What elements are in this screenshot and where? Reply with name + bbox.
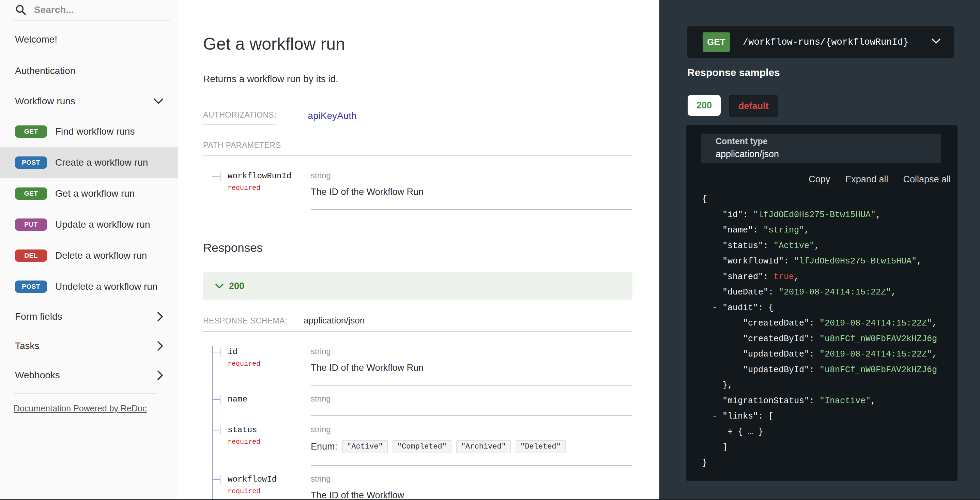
search-icon	[15, 4, 27, 16]
field-type: string	[311, 170, 632, 181]
sidebar-item-get-a-workflow-run[interactable]: GETGet a workflow run	[0, 178, 178, 209]
required-flag: required	[228, 487, 311, 495]
sidebar-item-form-fields[interactable]: Form fields	[0, 302, 178, 331]
code-token: {	[702, 194, 707, 204]
page-title: Get a workflow run	[203, 34, 632, 54]
code-token: "u8nFCf_nW0FbFAV2kHZJ6g	[819, 365, 937, 375]
search-input[interactable]	[33, 4, 170, 16]
field-left-col: idrequired	[228, 338, 311, 385]
sidebar-nav: Welcome!AuthenticationWorkflow runsGETFi…	[0, 24, 178, 390]
chevron-right-icon	[158, 312, 163, 322]
copy-button[interactable]: Copy	[808, 174, 830, 185]
method-badge-post: POST	[15, 156, 47, 169]
code-token: true	[773, 272, 794, 282]
response-code: 200	[229, 281, 244, 291]
expand-toggle[interactable]: + { … }	[727, 427, 763, 437]
code-token: "createdById":	[702, 334, 819, 344]
field-left-col: workflowRunIdrequired	[228, 162, 311, 210]
sidebar-item-tasks[interactable]: Tasks	[0, 331, 178, 361]
redoc-api-docs-page: Welcome!AuthenticationWorkflow runsGETFi…	[0, 0, 980, 500]
endpoint-dropdown[interactable]: GET /workflow-runs/{workflowRunId}	[687, 26, 954, 58]
sidebar-item-label: Create a workflow run	[55, 157, 163, 168]
sidebar-item-undelete-a-workflow-run[interactable]: POSTUndelete a workflow run	[0, 271, 178, 302]
field-description: The ID of the Workflow	[311, 490, 632, 500]
field-left-col: name	[228, 385, 311, 416]
field-name: name	[228, 394, 311, 404]
field-right-col: stringThe ID of the Workflow Run	[311, 162, 632, 210]
response-tab-200[interactable]: 200	[687, 95, 721, 116]
code-token: ,	[794, 272, 799, 282]
code-token: ]	[702, 443, 727, 452]
content-type-value: application/json	[716, 149, 941, 159]
sidebar-item-label: Welcome!	[15, 34, 163, 45]
chevron-right-icon	[158, 341, 163, 351]
method-badge-get: GET	[15, 126, 47, 138]
code-token: "2019-08-24T14:15:22Z"	[779, 287, 891, 297]
main-content: Get a workflow run Returns a workflow ru…	[178, 0, 659, 500]
field-name: workflowRunId	[228, 171, 311, 182]
required-flag: required	[228, 438, 311, 446]
code-token: "lfJdOEd0Hs275-Btw15HUA"	[753, 210, 876, 220]
sample-actions: CopyExpand allCollapse all	[808, 174, 951, 185]
response-tab-default[interactable]: default	[729, 95, 778, 117]
enum-value-chip: "Deleted"	[515, 440, 566, 453]
authorizations-label: AUTHORIZATIONS:	[203, 110, 276, 125]
collapse-toggle[interactable]: -	[712, 303, 717, 313]
response-schema-content-type: application/json	[304, 315, 364, 326]
sidebar-item-welcome[interactable]: Welcome!	[0, 24, 178, 55]
path-parameters-list: workflowRunIdrequiredstringThe ID of the…	[203, 156, 632, 210]
sidebar-item-label: Undelete a workflow run	[55, 281, 163, 292]
chevron-down-icon	[154, 99, 163, 104]
sidebar-item-workflow-runs[interactable]: Workflow runs	[0, 87, 178, 116]
sidebar-item-delete-a-workflow-run[interactable]: DELDelete a workflow run	[0, 240, 178, 271]
chevron-right-icon	[158, 371, 163, 380]
field-row-id: idrequiredstringThe ID of the Workflow R…	[203, 338, 632, 385]
code-token	[702, 303, 712, 313]
code-token: ,	[891, 287, 896, 297]
responses-heading: Responses	[203, 241, 632, 255]
field-row-status: statusrequiredstringEnum:"Active""Comple…	[203, 416, 632, 466]
json-sample-code: { "id": "lfJdOEd0Hs275-Btw15HUA", "name"…	[702, 191, 937, 471]
field-name: id	[228, 347, 311, 357]
field-right-col: stringEnum:"Active""Completed""Archived"…	[311, 416, 632, 466]
sidebar-item-update-a-workflow-run[interactable]: PUTUpdate a workflow run	[0, 209, 178, 240]
field-right-col: string	[311, 385, 632, 416]
field-type: string	[311, 346, 632, 357]
response-200-banner[interactable]: 200	[203, 272, 632, 299]
expand-all-button[interactable]: Expand all	[845, 174, 888, 185]
sidebar-item-find-workflow-runs[interactable]: GETFind workflow runs	[0, 116, 178, 147]
response-samples-heading: Response samples	[687, 67, 780, 78]
code-token: "dueDate":	[702, 287, 779, 297]
code-token: "migrationStatus":	[702, 396, 819, 406]
sidebar-item-label: Webhooks	[15, 370, 158, 381]
content-type-select[interactable]: Content type application/json	[701, 134, 941, 163]
redoc-footer-link[interactable]: Documentation Powered by ReDoc	[14, 404, 146, 413]
sidebar-item-create-a-workflow-run[interactable]: POSTCreate a workflow run	[0, 147, 178, 178]
field-description: The ID of the Workflow Run	[311, 363, 632, 373]
sidebar-item-webhooks[interactable]: Webhooks	[0, 361, 178, 390]
enum-row: Enum:"Active""Completed""Archived""Delet…	[311, 440, 632, 453]
collapse-all-button[interactable]: Collapse all	[903, 174, 951, 185]
sidebar-item-authentication[interactable]: Authentication	[0, 55, 178, 87]
code-token: "createdDate":	[702, 318, 819, 328]
code-token: "id":	[702, 210, 753, 220]
code-token: ,	[804, 225, 809, 235]
sidebar-item-label: Workflow runs	[15, 96, 154, 107]
code-token: "workflowId":	[702, 256, 794, 266]
path-parameters-header: PATH PARAMETERS	[203, 141, 632, 156]
collapse-toggle[interactable]: -	[712, 411, 717, 421]
code-token: "u8nFCf_nW0FbFAV2kHZJ6g	[819, 334, 937, 344]
response-sample-tabs: 200default	[687, 95, 778, 117]
field-name: workflowId	[228, 475, 311, 485]
method-badge-post: POST	[15, 280, 47, 293]
field-description: The ID of the Workflow Run	[311, 187, 632, 197]
code-token: "status":	[702, 241, 773, 251]
response-sample-panel: Content type application/json CopyExpand…	[686, 125, 958, 481]
http-method-badge: GET	[703, 32, 730, 52]
code-token: ,	[876, 210, 881, 220]
code-token: "audit": {	[717, 303, 773, 313]
sidebar-item-label: Get a workflow run	[55, 188, 163, 199]
auth-scheme-link[interactable]: apiKeyAuth	[308, 110, 356, 121]
endpoint-path: /workflow-runs/{workflowRunId}	[743, 37, 908, 48]
path-parameters-label: PATH PARAMETERS	[203, 141, 281, 150]
